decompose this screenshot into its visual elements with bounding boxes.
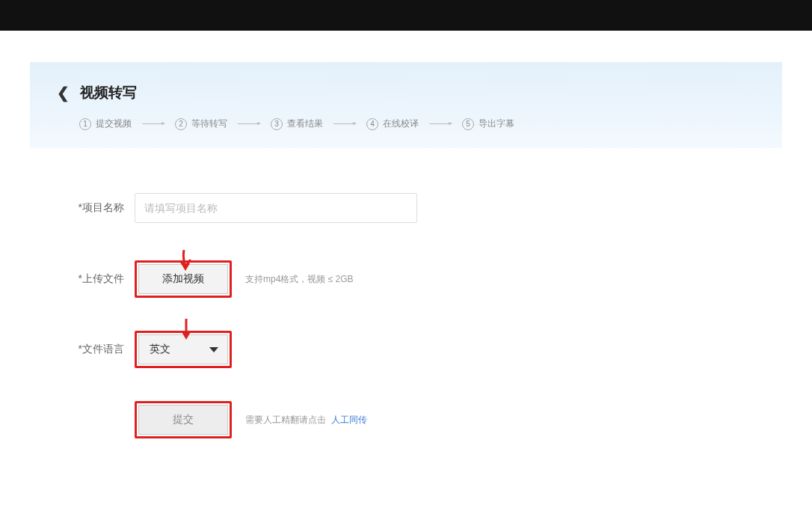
chevron-down-icon (209, 347, 218, 352)
manual-translation-link[interactable]: 人工同传 (331, 415, 367, 425)
annotation-arrow-icon (179, 250, 190, 274)
step-1: 1 提交视频 (79, 117, 132, 130)
step-number: 1 (79, 118, 91, 130)
language-select-value: 英文 (150, 343, 170, 356)
step-arrow-icon (429, 123, 452, 124)
step-4: 4 在线校译 (366, 117, 419, 130)
add-video-button-label: 添加视频 (162, 272, 204, 286)
submit-row: 提交 需要人工精翻请点击 人工同传 (0, 401, 812, 438)
upload-helper-text: 支持mp4格式，视频 ≤ 2GB (245, 273, 354, 286)
step-number: 2 (175, 118, 187, 130)
steps-progress: 1 提交视频 2 等待转写 3 查看结果 4 在线校译 5 导出字幕 (79, 117, 755, 130)
step-label: 查看结果 (287, 117, 323, 130)
step-label: 提交视频 (96, 117, 132, 130)
step-label: 在线校译 (383, 117, 419, 130)
submit-button[interactable]: 提交 (138, 405, 228, 435)
step-label: 导出字幕 (479, 117, 514, 130)
step-label: 等待转写 (191, 117, 227, 130)
step-3: 3 查看结果 (271, 117, 323, 130)
project-name-input[interactable] (135, 193, 417, 223)
language-label: *文件语言 (0, 343, 135, 356)
step-number: 4 (366, 118, 378, 130)
step-arrow-icon (142, 123, 164, 124)
step-5: 5 导出字幕 (462, 117, 514, 130)
step-arrow-icon (333, 123, 356, 124)
step-number: 3 (271, 118, 283, 130)
manual-translation-prefix: 需要人工精翻请点击 (245, 415, 326, 425)
highlight-annotation: 提交 (135, 401, 232, 438)
manual-translation-helper: 需要人工精翻请点击 人工同传 (245, 414, 367, 426)
upload-label: *上传文件 (0, 272, 135, 286)
title-row: ❮ 视频转写 (57, 83, 755, 103)
page-title: 视频转写 (80, 83, 137, 103)
svg-marker-2 (181, 331, 191, 340)
form-area: *项目名称 *上传文件 添加视频 支持mp4格式，视频 ≤ 2GB *文件语言 … (0, 148, 812, 438)
project-name-label: *项目名称 (0, 201, 135, 215)
language-row: *文件语言 英文 (0, 331, 812, 368)
project-name-row: *项目名称 (0, 193, 812, 223)
back-icon[interactable]: ❮ (57, 85, 70, 100)
top-nav-bar (0, 0, 812, 31)
upload-row: *上传文件 添加视频 支持mp4格式，视频 ≤ 2GB (0, 260, 812, 298)
submit-button-label: 提交 (173, 413, 194, 426)
annotation-arrow-icon (179, 319, 190, 341)
svg-marker-0 (181, 263, 190, 271)
step-arrow-icon (238, 123, 260, 124)
step-number: 5 (462, 118, 474, 130)
header-section: ❮ 视频转写 1 提交视频 2 等待转写 3 查看结果 4 在线校译 5 导出字… (30, 62, 782, 148)
step-2: 2 等待转写 (175, 117, 227, 130)
